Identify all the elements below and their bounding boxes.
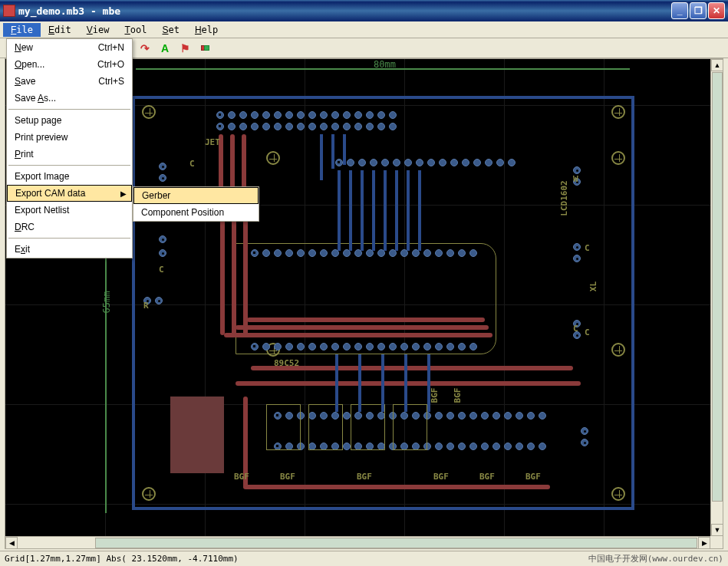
menu-separator xyxy=(8,238,130,239)
menu-file[interactable]: File xyxy=(3,23,41,37)
submenu-arrow-icon: ▶ xyxy=(120,189,127,198)
silk-box xyxy=(266,404,301,450)
silk-label: JET xyxy=(205,137,220,147)
minimize-button[interactable]: _ xyxy=(671,2,688,19)
trace xyxy=(407,170,410,251)
silk-label: C xyxy=(159,265,164,275)
mount-hole xyxy=(266,151,280,165)
export-cam-submenu: Gerber Component Position xyxy=(133,186,259,222)
trace xyxy=(349,170,352,251)
status-bar: Grid[1.27mm,1.27mm] Abs( 23.1520mm, -4.7… xyxy=(0,551,728,566)
trace xyxy=(320,134,323,180)
pad xyxy=(159,163,166,170)
maximize-button[interactable]: ❐ xyxy=(690,2,707,19)
menu-item-export-image[interactable]: Export Image xyxy=(7,168,132,185)
close-button[interactable]: ✕ xyxy=(708,2,725,19)
dim-width-label: 80mm xyxy=(374,59,396,70)
trace xyxy=(404,354,407,412)
silk-label: BGF xyxy=(453,388,463,403)
pad xyxy=(159,174,166,182)
trace xyxy=(361,170,364,251)
menu-edit[interactable]: Edit xyxy=(41,23,79,37)
trace xyxy=(418,170,421,251)
menu-item-exit[interactable]: Exit xyxy=(7,241,132,258)
submenu-item-component-position[interactable]: Component Position xyxy=(133,204,259,221)
menu-item-print[interactable]: Print xyxy=(7,146,132,163)
scroll-right-button[interactable]: ▶ xyxy=(698,537,710,549)
dim-height-label: 65mm xyxy=(101,291,112,314)
silk-box xyxy=(393,404,427,450)
trace xyxy=(243,212,248,335)
mount-hole xyxy=(142,487,156,501)
silk-label: XL xyxy=(588,281,598,291)
menu-item-save[interactable]: SaveCtrl+S xyxy=(7,73,132,90)
trace xyxy=(395,170,398,251)
trace xyxy=(372,170,375,251)
silk-label: BGF xyxy=(234,472,249,482)
menu-view[interactable]: View xyxy=(79,23,117,37)
file-menu-dropdown: NewCtrl+N Open...Ctrl+O SaveCtrl+S Save … xyxy=(6,38,133,258)
menu-item-open[interactable]: Open...Ctrl+O xyxy=(7,56,132,73)
trace xyxy=(236,325,489,330)
pad xyxy=(159,235,166,243)
menu-item-save-as[interactable]: Save As... xyxy=(7,90,132,107)
silk-label: 89C52 xyxy=(274,358,299,368)
status-watermark: 中国电子开发网(www.ourdev.cn) xyxy=(588,553,723,564)
trace xyxy=(338,170,341,251)
menu-item-setup-page[interactable]: Setup page xyxy=(7,112,132,129)
vertical-scrollbar[interactable]: ▲ ▼ xyxy=(710,59,723,536)
menu-item-export-cam[interactable]: Export CAM data▶ xyxy=(7,185,132,202)
silk-label: BGF xyxy=(433,472,449,482)
trace xyxy=(247,318,485,322)
pad xyxy=(573,255,581,262)
silk-label: C xyxy=(573,324,578,334)
trace xyxy=(224,333,492,337)
menu-item-print-preview[interactable]: Print preview xyxy=(7,129,132,146)
pad xyxy=(573,243,581,251)
pad-row xyxy=(216,123,397,130)
redo-button[interactable]: ↷ xyxy=(137,40,153,57)
mount-hole xyxy=(611,105,625,119)
trace xyxy=(427,354,430,412)
layer-tool-button[interactable] xyxy=(196,40,213,57)
silk-label: BGF xyxy=(479,472,495,482)
window-buttons: _ ❐ ✕ xyxy=(671,2,725,19)
scroll-left-button[interactable]: ◀ xyxy=(5,537,18,549)
app-icon xyxy=(3,5,15,17)
scroll-down-button[interactable]: ▼ xyxy=(711,524,723,536)
scroll-up-button[interactable]: ▲ xyxy=(711,59,723,71)
horizontal-scrollbar[interactable]: ◀ ▶ xyxy=(5,536,710,548)
menu-item-new[interactable]: NewCtrl+N xyxy=(7,39,132,56)
pad xyxy=(573,166,581,174)
menu-separator xyxy=(8,165,130,166)
pad xyxy=(159,249,166,257)
copper-fill xyxy=(170,397,224,473)
trace xyxy=(381,354,384,412)
pad-row xyxy=(216,111,397,119)
title-bar: my_demo.mb3 - mbe _ ❐ ✕ xyxy=(0,0,728,21)
menu-item-drc[interactable]: DRC xyxy=(7,219,132,235)
submenu-item-gerber[interactable]: Gerber xyxy=(133,187,259,204)
silk-label: BGF xyxy=(430,388,440,403)
menu-help[interactable]: Help xyxy=(187,23,226,37)
pad xyxy=(581,427,588,435)
trace xyxy=(335,354,338,412)
pad xyxy=(581,439,588,446)
menu-bar: File Edit View Tool Set Help xyxy=(0,21,728,38)
silk-box xyxy=(236,243,496,354)
silk-label: R xyxy=(143,301,149,311)
pad-row xyxy=(335,159,516,166)
menu-set[interactable]: Set xyxy=(154,23,186,37)
scroll-thumb[interactable] xyxy=(95,538,697,548)
trace xyxy=(243,485,550,489)
silk-label: C xyxy=(585,327,590,337)
flag-tool-button[interactable]: ⚑ xyxy=(176,40,193,57)
trace xyxy=(343,134,346,165)
text-tool-button[interactable]: A xyxy=(156,40,173,57)
silk-label: C xyxy=(585,243,590,253)
menu-tool[interactable]: Tool xyxy=(117,23,154,37)
menu-item-export-netlist[interactable]: Export Netlist xyxy=(7,202,132,219)
scroll-thumb[interactable] xyxy=(712,72,723,502)
mount-hole xyxy=(142,105,156,119)
silk-label: C xyxy=(189,159,195,169)
